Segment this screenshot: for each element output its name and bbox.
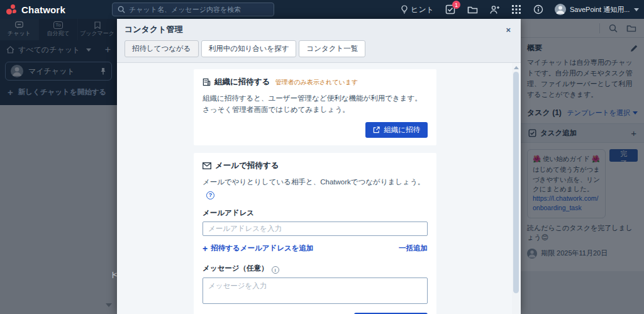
- tab-invite-connect[interactable]: 招待してつながる: [125, 40, 199, 57]
- modal-title: コンタクト管理: [125, 24, 183, 35]
- add-email-link[interactable]: + 招待するメールアドレスを追加: [203, 244, 314, 254]
- modal-scrollbar[interactable]: [512, 63, 520, 314]
- user-avatar: [555, 4, 566, 15]
- chatwork-logo[interactable]: Chatwork: [6, 4, 65, 15]
- collapse-sidebar-icon[interactable]: |<: [112, 271, 116, 278]
- org-invite-section: 組織に招待する 管理者のみ表示されています 組織に招待すると、ユーザー管理など便…: [194, 69, 436, 145]
- scroll-up-icon[interactable]: [514, 66, 519, 69]
- help-icon[interactable]: ?: [206, 191, 214, 199]
- info-icon[interactable]: i: [272, 266, 279, 274]
- task-badge: 1: [452, 1, 460, 9]
- admin-only-note: 管理者のみ表示されています: [275, 78, 358, 87]
- bulk-add-link[interactable]: 一括追加: [399, 244, 428, 253]
- message-field-label: メッセージ（任意）: [203, 264, 269, 272]
- contact-management-modal: コンタクト管理 × 招待してつながる 利用中の知り合いを探す コンタクト一覧 組…: [117, 19, 521, 314]
- modal-tabs: 招待してつながる 利用中の知り合いを探す コンタクト一覧: [125, 40, 513, 62]
- info-button[interactable]: [533, 4, 544, 15]
- org-invite-button-label: 組織に招待: [384, 125, 420, 135]
- plus-icon: +: [203, 244, 208, 254]
- email-field-label: メールアドレス: [203, 208, 428, 218]
- email-invite-description: メールでやりとりしている相手と、Chatworkでつながりましょう。: [203, 178, 425, 186]
- message-textarea[interactable]: [203, 278, 428, 304]
- organization-icon: [203, 78, 211, 86]
- search-icon: [118, 6, 125, 13]
- search-input[interactable]: [129, 6, 269, 13]
- chatwork-logo-text: Chatwork: [21, 4, 65, 15]
- apps-grid-button[interactable]: [511, 4, 522, 15]
- email-input[interactable]: [203, 221, 428, 236]
- mail-icon: [203, 162, 211, 169]
- add-email-label: 招待するメールアドレスを追加: [211, 244, 313, 253]
- org-invite-description: 組織に招待すると、ユーザー管理など便利な機能が利用できます。さっそく管理者画面で…: [203, 93, 428, 116]
- tab-contact-list[interactable]: コンタクト一覧: [299, 40, 365, 57]
- task-check-button[interactable]: 1: [445, 4, 456, 15]
- email-invite-section: メールで招待する メールでやりとりしている相手と、Chatworkでつながりまし…: [194, 153, 436, 314]
- tab-find-acquaintances[interactable]: 利用中の知り合いを探す: [201, 40, 297, 57]
- chevron-down-icon: [634, 8, 639, 11]
- hint-button[interactable]: ヒント: [401, 4, 434, 15]
- scrollbar-thumb[interactable]: [513, 72, 519, 293]
- folder-button[interactable]: [467, 4, 478, 15]
- top-navbar: Chatwork ヒント 1: [0, 0, 644, 19]
- account-menu[interactable]: SavePoint 通知用...: [555, 4, 639, 15]
- user-name: SavePoint 通知用...: [570, 5, 628, 14]
- org-invite-title: 組織に招待する: [214, 77, 270, 87]
- external-link-icon: [373, 126, 380, 133]
- hint-label: ヒント: [411, 4, 434, 15]
- lightbulb-icon: [401, 5, 408, 14]
- global-search[interactable]: [112, 3, 274, 16]
- close-icon[interactable]: ×: [503, 25, 513, 35]
- org-invite-button[interactable]: 組織に招待: [365, 122, 428, 138]
- chatwork-logo-icon: [6, 4, 18, 15]
- add-contact-button[interactable]: [489, 4, 500, 15]
- email-invite-title: メールで招待する: [215, 160, 279, 171]
